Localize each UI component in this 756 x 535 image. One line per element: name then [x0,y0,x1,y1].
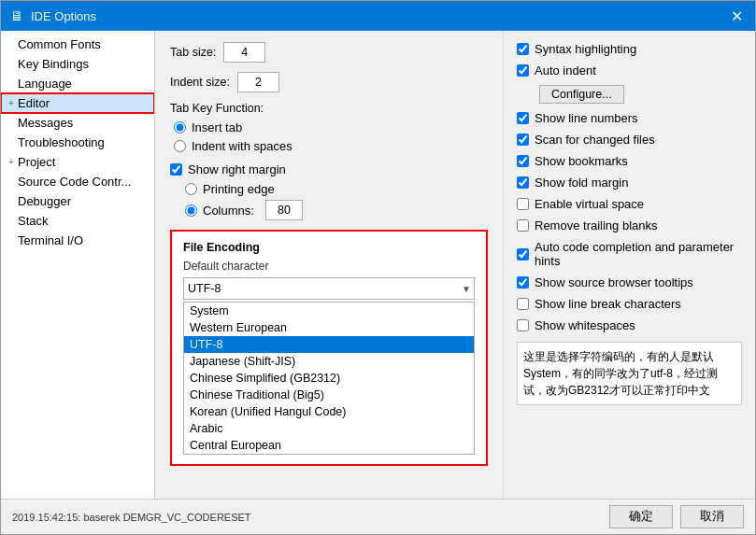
dialog-title: IDE Options [31,9,96,23]
dropdown-item-korean[interactable]: Korean (Unified Hangul Code) [184,403,474,420]
auto-code-label: Auto code completion and parameter hints [535,240,742,268]
show-fold-margin-cb[interactable] [517,176,529,189]
scan-changed-files-row[interactable]: Scan for changed files [517,133,742,147]
dropdown-item-utf8[interactable]: UTF-8 [184,336,474,353]
auto-code-completion-row[interactable]: Auto code completion and parameter hints [517,240,742,268]
line-break-cb[interactable] [517,298,529,310]
show-fold-margin-row[interactable]: Show fold margin [517,176,742,190]
dropdown-item-central[interactable]: Central European [184,437,474,454]
show-right-margin-row[interactable]: Show right margin [170,162,488,176]
show-bookmarks-cb[interactable] [517,155,529,167]
expand-icon [5,235,18,246]
encoding-sub-label: Default character [183,260,475,273]
printing-edge-row[interactable]: Printing edge [185,182,488,196]
show-right-margin-checkbox[interactable] [170,163,182,176]
cancel-button[interactable]: 取消 [680,505,744,528]
line-break-chars-row[interactable]: Show line break characters [517,297,742,311]
virtual-space-cb[interactable] [517,198,529,210]
ok-button[interactable]: 确定 [609,505,673,528]
sidebar-item-terminal-io[interactable]: Terminal I/O [1,231,154,250]
radio-indent-spaces-input[interactable] [174,140,186,152]
radio-insert-tab[interactable]: Insert tab [174,120,488,134]
encoding-select-wrapper: SystemWestern EuropeanUTF-8Japanese (Shi… [183,277,475,300]
auto-indent-row[interactable]: Auto indent [517,63,742,77]
show-bookmarks-label: Show bookmarks [535,154,628,168]
remove-trailing-row[interactable]: Remove trailing blanks [517,218,742,232]
scan-changed-cb[interactable] [517,134,529,146]
sidebar-item-common-fonts[interactable]: Common Fonts [1,35,154,54]
tab-key-function-label: Tab Key Function: [170,102,488,115]
syntax-highlighting-row[interactable]: Syntax highlighting [517,42,742,56]
show-whitespaces-row[interactable]: Show whitespaces [517,318,742,332]
scan-changed-label: Scan for changed files [535,133,655,147]
sidebar-label: Common Fonts [18,37,150,51]
content-area: Common Fonts Key Bindings Language + Edi… [1,31,755,499]
whitespaces-label: Show whitespaces [535,318,635,332]
line-break-label: Show line break characters [535,297,681,311]
indent-size-input[interactable] [237,72,279,92]
annotation-box: 这里是选择字符编码的，有的人是默认System，有的同学改为了utf-8，经过测… [517,342,742,405]
radio-insert-tab-input[interactable] [174,121,186,134]
indent-size-label: Indent size: [170,76,230,89]
ide-options-dialog: 🖥 IDE Options ✕ Common Fonts Key Binding… [0,0,756,535]
show-right-margin-label: Show right margin [188,162,286,176]
dropdown-item-system[interactable]: System [184,303,474,319]
radio-insert-tab-label: Insert tab [192,120,242,134]
bottom-bar: 2019.15:42:15: baserek DEMGR_VC_CODERESE… [1,499,755,534]
whitespaces-cb[interactable] [517,319,529,331]
remove-trailing-cb[interactable] [517,219,529,232]
sidebar-item-debugger[interactable]: Debugger [1,191,154,211]
source-browser-tooltips-row[interactable]: Show source browser tooltips [517,275,742,289]
configure-button[interactable]: Configure... [539,85,624,104]
show-bookmarks-row[interactable]: Show bookmarks [517,154,742,168]
show-line-numbers-cb[interactable] [517,112,529,124]
sidebar-label: Messages [18,116,150,130]
sidebar-item-messages[interactable]: Messages [1,113,154,133]
radio-indent-spaces-label: Indent with spaces [192,139,292,153]
main-panel: 1、点击Editor Tab size: Indent size: Tab Ke… [155,31,503,499]
dialog-icon: 🖥 [10,8,23,23]
indent-size-row: Indent size: [170,72,488,92]
auto-indent-label: Auto indent [535,63,596,77]
dropdown-item-western[interactable]: Western European [184,319,474,336]
sidebar-item-troubleshooting[interactable]: Troubleshooting [1,133,154,152]
tab-key-radio-group: Insert tab Indent with spaces [174,120,488,153]
sidebar-item-stack[interactable]: Stack [1,211,154,231]
auto-code-cb[interactable] [517,248,529,260]
columns-radio[interactable] [185,204,197,217]
dropdown-item-arabic[interactable]: Arabic [184,420,474,437]
source-browser-cb[interactable] [517,276,529,289]
expand-icon [5,196,18,206]
show-line-numbers-row[interactable]: Show line numbers [517,111,742,125]
expand-icon [5,78,18,89]
margin-options: Printing edge Columns: [185,182,488,220]
sidebar: Common Fonts Key Bindings Language + Edi… [1,31,155,499]
encoding-select[interactable]: SystemWestern EuropeanUTF-8Japanese (Shi… [183,277,475,300]
sidebar-item-project[interactable]: + Project [1,152,154,172]
sidebar-item-language[interactable]: Language [1,74,154,93]
printing-edge-radio[interactable] [185,183,197,195]
auto-indent-cb[interactable] [517,64,529,77]
columns-row[interactable]: Columns: [185,200,488,220]
expand-icon: + [5,157,18,167]
syntax-highlighting-label: Syntax highlighting [535,42,636,56]
expand-icon [5,137,18,148]
sidebar-label: Source Code Contr... [18,175,150,189]
sidebar-item-source-code-control[interactable]: Source Code Contr... [1,172,154,191]
close-button[interactable]: ✕ [727,7,746,25]
dropdown-item-big5[interactable]: Chinese Traditional (Big5) [184,387,474,403]
columns-input[interactable] [265,200,303,220]
dropdown-item-gb2312[interactable]: Chinese Simplified (GB2312) [184,370,474,387]
expand-icon [5,59,18,69]
tab-size-input[interactable] [223,42,265,63]
show-fold-margin-label: Show fold margin [535,176,628,190]
sidebar-item-key-bindings[interactable]: Key Bindings [1,54,154,74]
syntax-highlighting-cb[interactable] [517,43,529,55]
enable-virtual-space-row[interactable]: Enable virtual space [517,197,742,211]
sidebar-item-editor[interactable]: + Editor [1,93,154,113]
file-encoding-section: File Encoding Default character SystemWe… [170,230,488,466]
sidebar-label: Key Bindings [18,57,150,71]
tab-key-function-section: Tab Key Function: Insert tab Indent with… [170,102,488,153]
radio-indent-spaces[interactable]: Indent with spaces [174,139,488,153]
dropdown-item-japanese[interactable]: Japanese (Shift-JIS) [184,353,474,370]
